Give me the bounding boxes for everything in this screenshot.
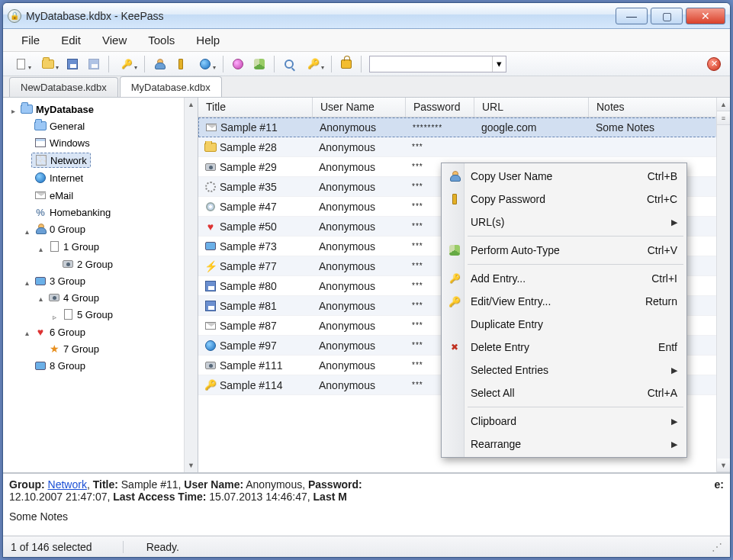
env-icon [205, 121, 217, 134]
col-username[interactable]: User Name [313, 98, 406, 117]
chevron-right-icon: ▶ [671, 217, 677, 227]
globe-icon [34, 172, 47, 184]
heart-icon: ♥ [34, 326, 47, 338]
mon-icon [204, 240, 217, 253]
menu-file[interactable]: File [21, 34, 40, 47]
menu-item[interactable]: Copy PasswordCtrl+C [443, 188, 685, 211]
col-notes[interactable]: Notes [589, 98, 730, 117]
entry-details: Group: Network, Title: Sample #11, User … [3, 473, 730, 536]
copyuser-button[interactable] [149, 55, 169, 73]
maximize-button[interactable]: ▢ [651, 8, 683, 24]
tree-item[interactable]: ▴4 Group [5, 289, 196, 306]
find-button[interactable] [279, 55, 299, 73]
menu-item[interactable]: Duplicate Entry [443, 313, 685, 336]
group-tree[interactable]: ▸MyDatabaseGeneralWindowsNetworkInternet… [3, 98, 198, 472]
chevron-down-icon[interactable]: ▾ [492, 56, 506, 72]
menu-view[interactable]: View [102, 34, 127, 47]
addentry-button[interactable]: 🔑 [114, 55, 140, 73]
keys-icon: 🔑 [204, 379, 217, 391]
minimize-button[interactable]: — [616, 8, 648, 24]
folder-icon [204, 141, 217, 153]
autotype-button[interactable] [249, 55, 269, 73]
keyadd-icon: 🔑 [447, 271, 462, 286]
table-row[interactable]: Sample #11Anonymous********google.comSom… [198, 117, 730, 137]
cam-icon [48, 291, 60, 304]
copypass-button[interactable] [171, 55, 191, 73]
db-tabs: NewDatabase.kdbx MyDatabase.kdbx [3, 76, 730, 98]
chevron-right-icon: ▶ [671, 365, 677, 375]
person-icon [447, 169, 462, 184]
globe-icon [204, 340, 217, 352]
menu-item[interactable]: Select AllCtrl+A [443, 381, 685, 404]
cam-icon [204, 359, 217, 372]
cam-icon [204, 161, 217, 173]
open-button[interactable] [35, 55, 61, 73]
resize-grip-icon[interactable]: ⋰ [712, 541, 722, 553]
folder-blue-icon [34, 120, 47, 132]
chevron-right-icon: ▶ [671, 417, 677, 426]
menu-item[interactable]: Copy User NameCtrl+B [443, 165, 685, 188]
menu-tools[interactable]: Tools [148, 34, 175, 47]
lock-button[interactable] [336, 55, 356, 73]
app-icon: 🔒 [8, 9, 21, 23]
close-button[interactable]: ✕ [686, 8, 725, 24]
menu-item[interactable]: ✖Delete EntryEntf [443, 336, 685, 359]
tree-item[interactable]: ▴♥6 Group [5, 323, 196, 340]
env-icon [204, 320, 217, 332]
tree-item[interactable]: 8 Group [5, 357, 196, 374]
tree-item[interactable]: General [5, 117, 196, 134]
tree-item[interactable]: %Homebanking [5, 204, 196, 220]
save-button[interactable] [63, 55, 82, 73]
doc-icon [62, 308, 74, 320]
menu-item[interactable]: 🔑Edit/View Entry...Return [443, 290, 685, 313]
findentry-button[interactable]: 🔑 [301, 55, 326, 73]
menu-item[interactable]: Selected Entries▶ [443, 359, 685, 381]
tree-icon [447, 243, 462, 258]
search-combo[interactable]: ▾ [369, 56, 506, 72]
folder-blue-icon [21, 103, 33, 115]
table-row[interactable]: Sample #28Anonymous*** [198, 137, 730, 157]
menu-item[interactable]: Clipboard▶ [443, 410, 685, 433]
col-title[interactable]: Title [198, 98, 313, 117]
menu-edit[interactable]: Edit [61, 34, 81, 47]
tree-item[interactable]: Internet [5, 169, 196, 187]
saveall-button[interactable] [84, 55, 104, 73]
tree-item[interactable]: ▹5 Group [5, 306, 196, 323]
tab-mydatabase[interactable]: MyDatabase.kdbx [120, 76, 222, 97]
context-menu[interactable]: Copy User NameCtrl+BCopy PasswordCtrl+CU… [441, 163, 687, 458]
toolbar: 🔑 🔑 ▾ ✕ [3, 52, 730, 76]
net-icon [35, 154, 47, 166]
new-button[interactable] [8, 55, 34, 73]
tree-item[interactable]: ▴3 Group [5, 272, 196, 289]
tree-item[interactable]: Windows [5, 134, 196, 151]
tree-item[interactable]: eMail [5, 187, 196, 204]
tree-item[interactable]: ▸MyDatabase [5, 101, 196, 117]
col-password[interactable]: Password [406, 98, 474, 117]
copyurl-button[interactable] [228, 55, 248, 73]
disk-icon [204, 280, 217, 292]
titlebar[interactable]: 🔒 MyDatabase.kdbx - KeePass — ▢ ✕ [3, 3, 730, 29]
key-icon [447, 191, 462, 207]
env-icon [34, 189, 47, 201]
menu-help[interactable]: Help [196, 34, 220, 47]
person-icon [34, 223, 47, 235]
col-url[interactable]: URL [474, 98, 589, 117]
detail-group-link[interactable]: Network [48, 478, 87, 491]
menu-item[interactable]: 🔑Add Entry...Ctrl+I [443, 267, 685, 290]
tree-item[interactable]: ▴0 Group [5, 220, 196, 238]
menu-item[interactable]: Rearrange▶ [443, 433, 685, 455]
tab-newdatabase[interactable]: NewDatabase.kdbx [9, 77, 118, 97]
keydel-icon: ✖ [447, 340, 462, 355]
menu-item[interactable]: Perform Auto-TypeCtrl+V [443, 239, 685, 262]
menu-item[interactable]: URL(s)▶ [443, 211, 685, 233]
disk-icon [204, 300, 217, 312]
tree-item[interactable]: Network [5, 151, 196, 169]
column-headers[interactable]: Title User Name Password URL Notes [198, 98, 730, 117]
openurl-button[interactable] [192, 55, 218, 73]
tree-scrollbar[interactable]: ▲▼ [184, 98, 198, 472]
tree-item[interactable]: 2 Group [5, 256, 196, 272]
tree-item[interactable]: ▴1 Group [5, 238, 196, 256]
tree-item[interactable]: ★7 Group [5, 340, 196, 357]
entries-scrollbar[interactable]: ▲≡▼ [716, 98, 730, 472]
close-db-button[interactable]: ✕ [707, 57, 721, 71]
